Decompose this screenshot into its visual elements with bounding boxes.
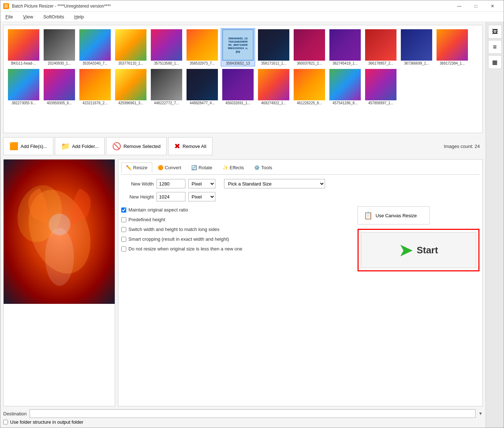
folder-structure-row: Use folder structure in output folder: [3, 419, 483, 425]
thumb-image-2: [79, 29, 111, 61]
thumb-image-9: [329, 29, 361, 61]
maintain-aspect-label[interactable]: Maintain original aspect ratio: [128, 207, 188, 213]
gallery-image-5[interactable]: 358532973_7...: [185, 28, 219, 66]
rotate-tab-icon: 🔄: [191, 165, 197, 170]
preview-watermark: Keke Day: [95, 399, 112, 403]
height-unit-select[interactable]: Pixel Percent Inch Cm: [188, 192, 215, 201]
add-folder-button[interactable]: 📁 Add Folder...: [55, 137, 105, 155]
main-window: 🖼 Batch Picture Resizer - ****Unregister…: [0, 0, 504, 428]
tab-tools[interactable]: ⚙️ Tools: [249, 162, 277, 173]
gallery-image-9[interactable]: 362745419_1...: [328, 28, 362, 66]
standard-size-select[interactable]: Pick a Standard Size 640x480 800x600 102…: [224, 179, 325, 188]
destination-input[interactable]: [30, 409, 475, 418]
gallery-image-17[interactable]: 448222772_7...: [149, 68, 184, 106]
remove-all-label: Remove All: [183, 144, 206, 149]
thumb-label-4: 357513580_1...: [150, 61, 183, 65]
width-label: New Width: [121, 181, 154, 187]
menu-view[interactable]: View: [21, 13, 35, 21]
effects-tab-label: Effects: [230, 165, 244, 170]
tab-effects[interactable]: ✨ Effects: [218, 162, 249, 173]
gallery-image-15[interactable]: 423211676_2...: [78, 68, 112, 106]
gallery-image-1[interactable]: 20240930_1...: [42, 28, 76, 66]
gallery-image-20[interactable]: 469274922_1...: [257, 68, 291, 106]
canvas-resize-button[interactable]: 📋 Use Canvas Resize: [358, 206, 430, 224]
tab-resize[interactable]: ✏️ Resize: [121, 162, 152, 173]
list-view-button[interactable]: ≡: [488, 40, 502, 54]
destination-label: Destination: [3, 411, 27, 416]
gallery-image-6[interactable]: 358430652_13 760126829555 85_489719305 9…: [221, 28, 255, 66]
image-view-button[interactable]: 🖼: [488, 25, 502, 39]
gallery-image-21[interactable]: 461226225_8...: [292, 68, 326, 106]
start-button[interactable]: ➤ Start: [361, 232, 476, 268]
gallery-image-23[interactable]: 457858997_1...: [364, 68, 398, 106]
thumb-label-13: 382273055 6...: [8, 101, 40, 105]
thumb-label-22: 457541286_8...: [329, 101, 361, 105]
predefined-height-checkbox[interactable]: [121, 217, 126, 222]
gallery-image-10[interactable]: 366178957_2...: [364, 28, 398, 66]
toolbar: 🟧 Add File(s)... 📁 Add Folder... 🚫 Remov…: [3, 136, 483, 156]
rotate-tab-label: Rotate: [198, 165, 212, 170]
thumb-image-8: [294, 29, 325, 61]
remove-all-button[interactable]: ✖ Remove All: [168, 137, 212, 155]
smart-cropping-row: Smart cropping (result in exact width an…: [121, 236, 352, 243]
maximize-button[interactable]: □: [468, 0, 484, 12]
tab-rotate[interactable]: 🔄 Rotate: [187, 162, 217, 173]
gallery-image-18[interactable]: 448828477_4...: [185, 68, 219, 106]
thumb-label-16: 425996961_3...: [115, 101, 147, 105]
maintain-aspect-checkbox[interactable]: [121, 208, 126, 213]
gallery-image-3[interactable]: 353776110_1...: [114, 28, 148, 66]
tools-tab-label: Tools: [261, 165, 272, 170]
close-button[interactable]: ✕: [484, 0, 501, 12]
thumb-label-20: 469274922_1...: [258, 101, 290, 105]
image-gallery[interactable]: BKG11-head-...20240930_1...353543340_7..…: [3, 25, 483, 133]
add-files-button[interactable]: 🟧 Add File(s)...: [3, 137, 53, 155]
no-resize-checkbox[interactable]: [121, 246, 126, 252]
folder-structure-label[interactable]: Use folder structure in output folder: [10, 419, 83, 425]
gallery-image-13[interactable]: 382273055 6...: [6, 68, 41, 106]
gallery-image-2[interactable]: 353543340_7...: [78, 28, 112, 66]
gallery-image-0[interactable]: BKG11-head-...: [6, 28, 41, 66]
thumb-label-1: 20240930_1...: [43, 61, 76, 65]
thumb-image-11: [401, 29, 432, 61]
menu-file[interactable]: File: [3, 13, 15, 21]
canvas-resize-label: Use Canvas Resize: [376, 213, 417, 218]
gallery-image-11[interactable]: 367366699_1...: [399, 28, 434, 66]
minimize-button[interactable]: —: [451, 0, 468, 12]
thumb-image-3: [115, 29, 146, 61]
width-input[interactable]: [157, 179, 185, 188]
menu-help[interactable]: Help: [72, 13, 86, 21]
thumb-image-7: [258, 29, 289, 61]
tools-tab-icon: ⚙️: [254, 165, 260, 170]
switch-dimensions-label[interactable]: Switch width and height to match long si…: [128, 227, 219, 232]
images-count: Images count: 24: [444, 144, 483, 149]
gallery-image-22[interactable]: 457541286_8...: [328, 68, 362, 106]
gallery-image-4[interactable]: 357513580_1...: [149, 28, 184, 66]
thumb-image-5: [187, 29, 218, 61]
menu-softorbits[interactable]: SoftOrbits: [41, 13, 66, 21]
resize-tab-icon: ✏️: [126, 165, 132, 170]
switch-dimensions-checkbox[interactable]: [121, 227, 126, 232]
gallery-image-12[interactable]: 369172384_1...: [435, 28, 469, 66]
gallery-image-14[interactable]: 403959305_6...: [42, 68, 76, 106]
gallery-image-7[interactable]: 358171611_1...: [257, 28, 291, 66]
gallery-image-16[interactable]: 425996961_3...: [114, 68, 148, 106]
no-resize-label[interactable]: Do not resize when original size is less…: [128, 246, 242, 252]
thumb-label-8: 360037821_2...: [293, 61, 326, 65]
thumb-label-7: 358171611_1...: [258, 61, 290, 65]
height-input[interactable]: [157, 192, 185, 201]
smart-cropping-label[interactable]: Smart cropping (result in exact width an…: [128, 236, 229, 242]
gallery-image-8[interactable]: 360037821_2...: [292, 28, 326, 66]
thumb-image-15: [79, 69, 111, 100]
height-row: New Height Pixel Percent Inch Cm: [121, 192, 215, 201]
smart-cropping-checkbox[interactable]: [121, 237, 126, 242]
remove-selected-button[interactable]: 🚫 Remove Selected: [106, 137, 167, 155]
tabs-bar: ✏️ Resize 🟠 Convert 🔄 Rotate ✨: [121, 162, 479, 175]
thumb-label-11: 367366699_1...: [400, 61, 433, 65]
gallery-image-19[interactable]: 456032691_1...: [221, 68, 255, 106]
menu-bar: File View SoftOrbits Help: [0, 12, 504, 22]
tab-convert[interactable]: 🟠 Convert: [153, 162, 186, 173]
width-unit-select[interactable]: Pixel Percent Inch Cm: [188, 179, 215, 188]
predefined-height-label[interactable]: Predefined height: [128, 217, 165, 222]
grid-view-button[interactable]: ▦: [488, 55, 502, 69]
folder-structure-checkbox[interactable]: [3, 420, 8, 424]
